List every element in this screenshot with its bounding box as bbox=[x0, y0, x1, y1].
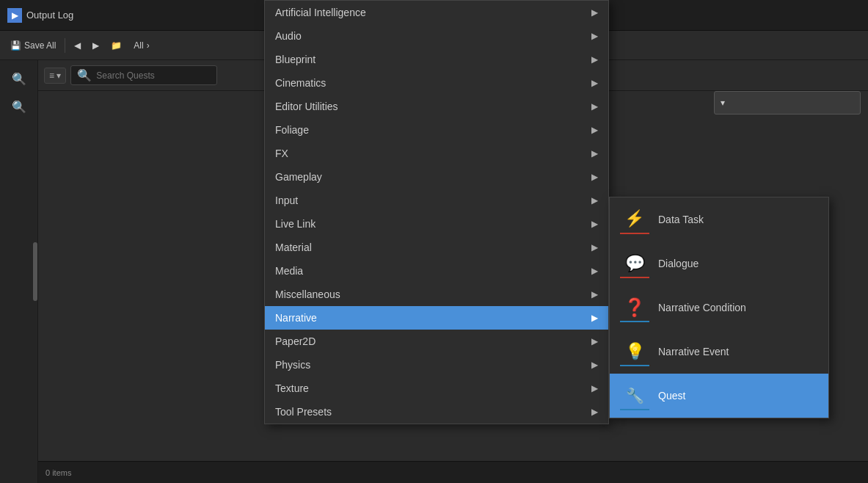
menu-item-audio[interactable]: Audio▶ bbox=[265, 24, 608, 48]
save-all-button[interactable]: 💾 Save All bbox=[6, 37, 60, 54]
menu-item-gameplay[interactable]: Gameplay▶ bbox=[265, 165, 608, 189]
sub-menu-item-narrative-condition[interactable]: Narrative Condition bbox=[610, 286, 828, 330]
search-icon: 🔍 bbox=[77, 68, 92, 82]
menu-item-editor-utilities[interactable]: Editor Utilities▶ bbox=[265, 95, 608, 118]
back-button[interactable]: ◀ bbox=[70, 37, 85, 54]
menu-item-live-link[interactable]: Live Link▶ bbox=[265, 212, 608, 236]
narrative-condition-icon bbox=[620, 293, 649, 322]
icon-divider bbox=[620, 409, 649, 410]
menu-item-tool-presets[interactable]: Tool Presets▶ bbox=[265, 400, 608, 424]
menu-item-paper2d[interactable]: Paper2D▶ bbox=[265, 330, 608, 353]
arrow-icon: ▶ bbox=[591, 101, 598, 112]
arrow-icon: ▶ bbox=[591, 407, 598, 417]
icon-divider bbox=[620, 233, 649, 234]
save-icon: 💾 bbox=[10, 40, 21, 51]
arrow-icon: ▶ bbox=[591, 219, 598, 229]
arrow-icon: ▶ bbox=[591, 313, 598, 323]
sub-menu-label: Narrative Event bbox=[658, 346, 729, 357]
sub-menu-label: Narrative Condition bbox=[658, 302, 746, 313]
arrow-icon: ▶ bbox=[591, 383, 598, 393]
menu-item-artificial-intelligence[interactable]: Artificial Intelligence▶ bbox=[265, 1, 608, 24]
data-task-icon bbox=[620, 205, 649, 234]
sidebar-scrollbar[interactable] bbox=[33, 242, 37, 301]
sidebar-filter-icon[interactable]: 🔍 bbox=[8, 95, 30, 117]
icon-divider bbox=[620, 321, 649, 322]
sub-menu-label: Dialogue bbox=[658, 258, 699, 269]
sub-menu-item-narrative-event[interactable]: Narrative Event bbox=[610, 330, 828, 374]
menu-item-foliage[interactable]: Foliage▶ bbox=[265, 118, 608, 142]
left-sidebar: 🔍 🔍 bbox=[0, 60, 38, 483]
menu-item-miscellaneous[interactable]: Miscellaneous▶ bbox=[265, 283, 608, 306]
menu-item-blueprint[interactable]: Blueprint▶ bbox=[265, 48, 608, 71]
search-input[interactable] bbox=[96, 70, 211, 81]
toolbar-divider bbox=[65, 38, 65, 53]
arrow-icon: ▶ bbox=[591, 54, 598, 65]
sidebar-search-icon[interactable]: 🔍 bbox=[8, 68, 30, 90]
arrow-icon: ▶ bbox=[591, 31, 598, 41]
menu-item-narrative[interactable]: Narrative▶ bbox=[265, 306, 608, 330]
all-button[interactable]: All › bbox=[129, 37, 153, 54]
icon-divider bbox=[620, 277, 649, 278]
context-menu-sub: Data TaskDialogueNarrative ConditionNarr… bbox=[609, 197, 829, 418]
menu-item-material[interactable]: Material▶ bbox=[265, 236, 608, 259]
dialogue-icon bbox=[620, 249, 649, 278]
menu-item-physics[interactable]: Physics▶ bbox=[265, 353, 608, 377]
status-bar: 0 items bbox=[38, 461, 868, 483]
menu-item-media[interactable]: Media▶ bbox=[265, 259, 608, 283]
arrow-icon: ▶ bbox=[591, 172, 598, 182]
sub-menu-label: Quest bbox=[658, 390, 685, 402]
context-menu-main: Artificial Intelligence▶Audio▶Blueprint▶… bbox=[264, 0, 609, 424]
arrow-icon: ▶ bbox=[591, 125, 598, 135]
icon-divider bbox=[620, 365, 649, 366]
sub-menu-item-data-task[interactable]: Data Task bbox=[610, 197, 828, 242]
arrow-icon: ▶ bbox=[591, 266, 598, 276]
sub-menu-item-dialogue[interactable]: Dialogue bbox=[610, 242, 828, 286]
quest-icon bbox=[620, 381, 649, 410]
folder-button[interactable]: 📁 bbox=[106, 37, 126, 54]
menu-item-fx[interactable]: FX▶ bbox=[265, 142, 608, 165]
output-log-icon: ▶ bbox=[7, 8, 22, 23]
arrow-icon: ▶ bbox=[591, 195, 598, 206]
menu-item-cinematics[interactable]: Cinematics▶ bbox=[265, 71, 608, 95]
narrative-event-icon bbox=[620, 337, 649, 366]
arrow-icon: ▶ bbox=[591, 360, 598, 370]
arrow-icon: ▶ bbox=[591, 78, 598, 88]
dropdown-filter[interactable]: ▾ bbox=[714, 91, 861, 115]
filter-button[interactable]: ≡ ▾ bbox=[44, 68, 66, 84]
items-count: 0 items bbox=[45, 468, 71, 477]
sub-menu-item-quest[interactable]: Quest bbox=[610, 374, 828, 418]
window-title: Output Log bbox=[26, 10, 73, 21]
arrow-icon: ▶ bbox=[591, 242, 598, 253]
search-box[interactable]: 🔍 bbox=[70, 65, 217, 85]
menu-item-input[interactable]: Input▶ bbox=[265, 189, 608, 212]
arrow-icon: ▶ bbox=[591, 7, 598, 18]
arrow-icon: ▶ bbox=[591, 148, 598, 159]
arrow-icon: ▶ bbox=[591, 289, 598, 299]
forward-button[interactable]: ▶ bbox=[88, 37, 103, 54]
arrow-icon: ▶ bbox=[591, 336, 598, 346]
sub-menu-label: Data Task bbox=[658, 214, 704, 225]
menu-item-texture[interactable]: Texture▶ bbox=[265, 377, 608, 400]
